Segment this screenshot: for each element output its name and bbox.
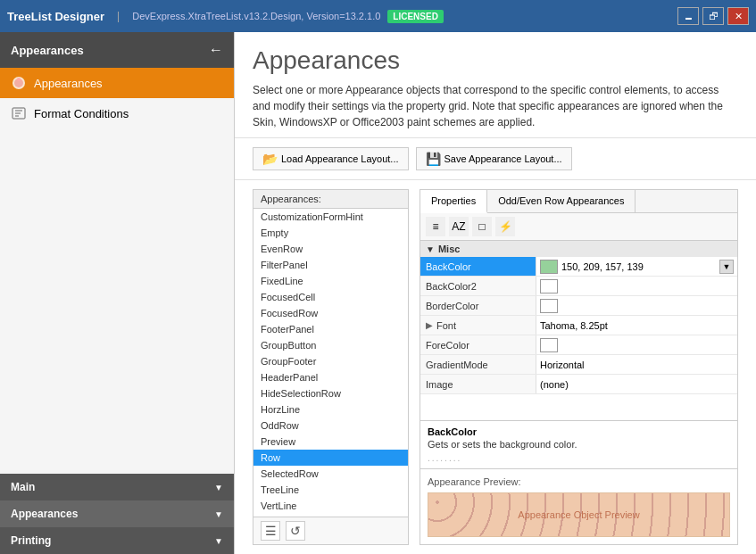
- sidebar-section-printing-label: Printing: [11, 534, 51, 547]
- prop-name-bordercolor[interactable]: BorderColor: [420, 296, 536, 315]
- list-item[interactable]: OddRow: [253, 418, 408, 434]
- version-info: DevExpress.XtraTreeList.v13.2.Design, Ve…: [132, 11, 380, 21]
- backcolor2-swatch: [540, 279, 558, 294]
- forecolor-swatch: [540, 338, 558, 352]
- prop-name-backcolor2[interactable]: BackColor2: [420, 277, 536, 295]
- font-value-text: Tahoma, 8.25pt: [540, 320, 608, 331]
- prop-name-gradientmode[interactable]: GradientMode: [420, 355, 536, 374]
- backcolor-dropdown-button[interactable]: ▼: [719, 260, 734, 274]
- load-appearance-button[interactable]: 📂 Load Appearance Layout...: [253, 147, 409, 170]
- list-refresh-button[interactable]: ↺: [286, 521, 305, 541]
- sidebar-item-appearances[interactable]: Appearances: [0, 68, 234, 98]
- prop-value-backcolor: 150, 209, 157, 139 ▼: [536, 257, 737, 276]
- list-item[interactable]: HideSelectionRow: [253, 385, 408, 401]
- sidebar-item-format-conditions[interactable]: Format Conditions: [0, 98, 234, 128]
- misc-category[interactable]: ▼ Misc: [420, 241, 737, 257]
- load-icon: 📂: [262, 152, 278, 166]
- sidebar-section-main-label: Main: [11, 481, 35, 493]
- prop-value-bordercolor: [536, 296, 737, 315]
- appearances-icon: [11, 75, 27, 91]
- restore-button[interactable]: 🗗: [702, 7, 724, 25]
- title-bar-left: TreeList Designer | DevExpress.XtraTreeL…: [7, 10, 444, 23]
- appearances-list-items: CustomizationFormHint Empty EvenRow Filt…: [253, 209, 408, 517]
- backcolor-value-text: 150, 209, 157, 139: [561, 261, 644, 272]
- prop-events-button[interactable]: ⚡: [495, 217, 515, 236]
- list-item[interactable]: FilterPanel: [253, 257, 408, 273]
- prop-grid-button[interactable]: □: [472, 217, 492, 236]
- sidebar-section-main[interactable]: Main ▼: [0, 474, 234, 500]
- prop-row-forecolor: ForeColor: [420, 335, 737, 355]
- misc-expand-icon: ▼: [426, 244, 435, 254]
- font-expand-icon[interactable]: ▶: [426, 320, 433, 330]
- list-item[interactable]: EvenRow: [253, 241, 408, 257]
- list-item-row-selected[interactable]: Row: [253, 450, 408, 466]
- minimize-button[interactable]: 🗕: [677, 7, 699, 25]
- save-appearance-button[interactable]: 💾 Save Appearance Layout...: [416, 147, 572, 170]
- appearances-list-panel: Appearances: CustomizationFormHint Empty…: [253, 189, 409, 545]
- properties-tabs: Properties Odd/Even Row Appearances: [420, 190, 737, 213]
- sidebar-back-button[interactable]: ←: [209, 42, 223, 58]
- prop-name-font[interactable]: ▶Font: [420, 316, 536, 335]
- sidebar-section-appearances-label: Appearances: [11, 508, 78, 520]
- bottom-area: Appearances: CustomizationFormHint Empty…: [235, 180, 756, 554]
- appearances-list-footer: ☰ ↺: [253, 517, 408, 544]
- list-item[interactable]: HorzLine: [253, 401, 408, 418]
- list-item[interactable]: CustomizationFormHint: [253, 209, 408, 225]
- main-layout: Appearances ← Appearances Format Conditi…: [0, 32, 756, 554]
- properties-grid: ▼ Misc BackColor 150, 209, 157, 139 ▼: [420, 241, 737, 420]
- preview-label: Appearance Preview:: [428, 476, 730, 487]
- prop-name-backcolor[interactable]: BackColor: [420, 257, 536, 276]
- list-item[interactable]: SelectedRow: [253, 466, 408, 482]
- list-item[interactable]: HeaderPanel: [253, 369, 408, 385]
- prop-alphabetical-button[interactable]: AZ: [449, 217, 469, 236]
- description-dots: ........: [428, 453, 730, 463]
- misc-category-label: Misc: [438, 244, 460, 254]
- appearances-list-header: Appearances:: [253, 190, 408, 209]
- list-item[interactable]: FocusedCell: [253, 289, 408, 305]
- prop-value-image: (none): [536, 375, 737, 393]
- sidebar-section-main-arrow: ▼: [214, 483, 223, 492]
- list-item[interactable]: Preview: [253, 434, 408, 450]
- sidebar: Appearances ← Appearances Format Conditi…: [0, 32, 235, 554]
- property-description: BackColor Gets or sets the background co…: [420, 420, 737, 468]
- gradientmode-value-text: Horizontal: [540, 360, 585, 370]
- sidebar-section-appearances-arrow: ▼: [214, 509, 223, 519]
- backcolor-swatch: [540, 260, 558, 274]
- list-item[interactable]: GroupFooter: [253, 353, 408, 369]
- content-area: Appearances Select one or more Appearanc…: [235, 32, 756, 554]
- prop-value-backcolor2: [536, 277, 737, 295]
- list-item[interactable]: GroupButton: [253, 337, 408, 353]
- prop-row-backcolor: BackColor 150, 209, 157, 139 ▼: [420, 257, 737, 277]
- tab-odd-even[interactable]: Odd/Even Row Appearances: [487, 190, 636, 212]
- sidebar-header: Appearances ←: [0, 32, 234, 68]
- sidebar-item-appearances-label: Appearances: [34, 77, 103, 90]
- prop-row-backcolor2: BackColor2: [420, 277, 737, 296]
- sidebar-section-printing-arrow: ▼: [214, 536, 223, 546]
- list-item[interactable]: FocusedRow: [253, 305, 408, 321]
- prop-categorized-button[interactable]: ≡: [426, 217, 445, 236]
- list-item[interactable]: VertLine: [253, 498, 408, 514]
- save-btn-label: Save Appearance Layout...: [444, 153, 562, 164]
- list-item[interactable]: Empty: [253, 225, 408, 241]
- prop-row-gradientmode: GradientMode Horizontal: [420, 355, 737, 375]
- sidebar-section-printing[interactable]: Printing ▼: [0, 527, 234, 554]
- tab-properties[interactable]: Properties: [420, 190, 487, 213]
- sidebar-item-format-label: Format Conditions: [34, 107, 129, 120]
- properties-panel: Properties Odd/Even Row Appearances ≡ AZ…: [420, 189, 738, 545]
- description-title: BackColor: [428, 426, 730, 437]
- close-button[interactable]: ✕: [727, 7, 749, 25]
- content-toolbar: 📂 Load Appearance Layout... 💾 Save Appea…: [235, 138, 756, 180]
- sidebar-header-label: Appearances: [11, 44, 84, 57]
- sidebar-section-appearances[interactable]: Appearances ▼: [0, 500, 234, 527]
- list-item[interactable]: TreeLine: [253, 482, 408, 498]
- prop-row-font: ▶Font Tahoma, 8.25pt: [420, 316, 737, 335]
- list-item[interactable]: FixedLine: [253, 273, 408, 289]
- prop-row-bordercolor: BorderColor: [420, 296, 737, 316]
- save-icon: 💾: [426, 152, 441, 166]
- prop-name-forecolor[interactable]: ForeColor: [420, 335, 536, 354]
- list-item[interactable]: FooterPanel: [253, 321, 408, 337]
- content-description: Select one or more Appearance objects th…: [253, 82, 738, 130]
- list-view-button[interactable]: ☰: [261, 521, 280, 541]
- prop-name-image[interactable]: Image: [420, 375, 536, 393]
- load-btn-label: Load Appearance Layout...: [281, 153, 399, 164]
